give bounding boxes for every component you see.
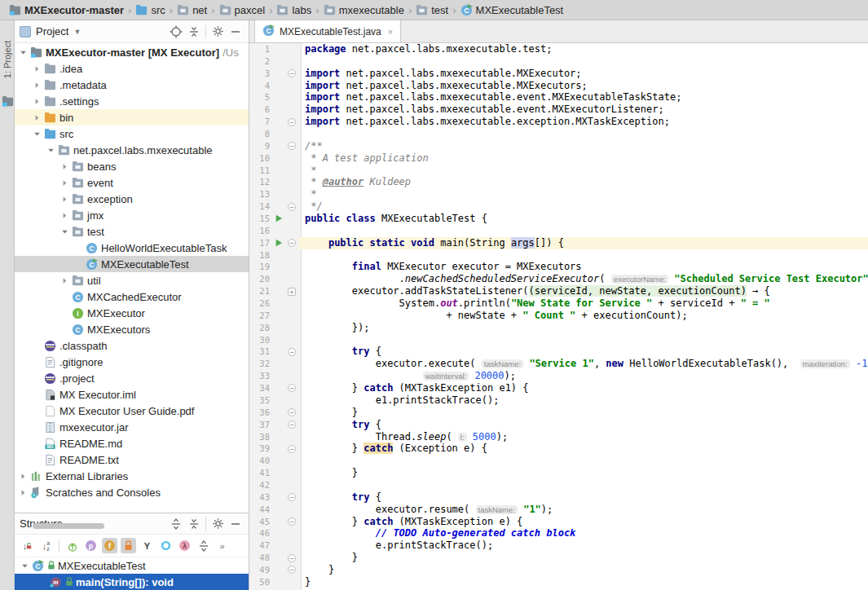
expand-toggle[interactable] bbox=[18, 489, 29, 496]
tree-item[interactable]: IMXExecutor bbox=[15, 305, 249, 321]
tree-item[interactable]: CMXExecutors bbox=[15, 321, 249, 337]
code-line[interactable]: 3−import net.paxcel.labs.mxexecutable.MX… bbox=[249, 68, 868, 80]
code-line[interactable]: 28 }); bbox=[249, 322, 868, 334]
breadcrumb-item[interactable]: MXExecutor-master bbox=[7, 4, 126, 16]
fold-marker[interactable]: − bbox=[285, 346, 298, 358]
expand-toggle[interactable] bbox=[59, 196, 70, 203]
show-non-public-button[interactable] bbox=[121, 538, 136, 553]
fold-marker[interactable]: − bbox=[285, 564, 298, 576]
breadcrumb-item[interactable]: labs bbox=[274, 4, 314, 16]
show-fields-button[interactable]: f bbox=[102, 538, 117, 553]
collapse-all-button[interactable] bbox=[186, 516, 202, 532]
code-line[interactable]: 40 bbox=[249, 455, 868, 467]
code-line[interactable]: 1package net.paxcel.labs.mxexecutable.te… bbox=[249, 43, 868, 55]
settings-button[interactable] bbox=[209, 516, 226, 532]
expand-toggle[interactable] bbox=[32, 65, 42, 73]
code-line[interactable]: 39− } catch (Exception e) { bbox=[249, 442, 868, 455]
fold-marker[interactable]: − bbox=[285, 382, 298, 394]
tree-item[interactable]: exception bbox=[15, 191, 249, 207]
close-icon[interactable]: × bbox=[388, 27, 393, 37]
chevron-down-icon[interactable]: ▼ bbox=[73, 28, 81, 36]
breadcrumb-item[interactable]: mxexecutable bbox=[321, 4, 407, 16]
code-line[interactable]: 9−/** bbox=[249, 140, 868, 152]
show-anonymous-classes-button[interactable]: Y bbox=[139, 538, 155, 553]
code-line[interactable]: 10 * A test application bbox=[249, 152, 868, 165]
breadcrumb-item[interactable]: test bbox=[413, 4, 451, 16]
tree-item[interactable]: MX Executor User Guide.pdf bbox=[15, 403, 249, 419]
tree-item[interactable]: .classpath bbox=[15, 337, 249, 354]
code-line[interactable]: 16 bbox=[249, 225, 868, 237]
code-line[interactable]: 45− } catch (MXTaskException e) { bbox=[249, 516, 868, 528]
tree-item[interactable]: event bbox=[15, 174, 249, 191]
tree-item[interactable]: Scratches and Consoles bbox=[15, 484, 249, 500]
fold-marker[interactable]: − bbox=[285, 237, 298, 249]
breadcrumb-item[interactable]: paxcel bbox=[217, 4, 268, 16]
expand-toggle[interactable] bbox=[59, 212, 70, 219]
code-line[interactable]: 8 bbox=[249, 128, 868, 140]
code-line[interactable]: 49− } bbox=[249, 564, 868, 576]
code-line[interactable]: 37− try { bbox=[249, 419, 868, 431]
code-line[interactable]: 35 e1.printStackTrace(); bbox=[249, 394, 868, 407]
collapse-toggle[interactable] bbox=[46, 147, 56, 154]
code-line[interactable]: 20 .newCachedScheduledServiceExecutor( e… bbox=[249, 273, 868, 285]
code-line[interactable]: 48− } bbox=[249, 552, 868, 564]
run-gutter[interactable] bbox=[272, 213, 285, 225]
project-tool-window-button[interactable]: 1: Project bbox=[0, 27, 15, 90]
code-line[interactable]: 43− try { bbox=[249, 491, 868, 504]
show-supertypes-button[interactable] bbox=[64, 538, 80, 553]
breadcrumb-item[interactable]: src bbox=[133, 4, 167, 16]
code-line[interactable]: 12 * @author Kuldeep bbox=[249, 176, 868, 188]
breadcrumb-item[interactable]: CMXExecutableTest bbox=[458, 4, 566, 16]
tree-item[interactable]: CMXCachedExecutor bbox=[15, 288, 249, 305]
fold-marker[interactable]: − bbox=[285, 442, 298, 455]
collapse-toggle[interactable] bbox=[18, 49, 29, 56]
expand-toggle[interactable] bbox=[59, 163, 70, 170]
code-line[interactable]: 14− */ bbox=[249, 200, 868, 213]
horizontal-scrollbar[interactable] bbox=[33, 523, 104, 529]
code-line[interactable]: 47 e.printStackTrace(); bbox=[249, 539, 868, 552]
settings-button[interactable] bbox=[209, 24, 226, 40]
tree-item[interactable]: mxexecutor.jar bbox=[15, 419, 249, 435]
code-line[interactable]: 19 final MXExecutor executor = MXExecuto… bbox=[249, 261, 868, 273]
expand-all-button[interactable] bbox=[196, 538, 211, 553]
tree-item[interactable]: CHelloWorldExecutableTask bbox=[15, 240, 249, 256]
code-line[interactable]: 27 + newState + " Count " + executionCou… bbox=[249, 310, 868, 322]
structure-item[interactable]: mmain(String[]): void bbox=[15, 574, 249, 590]
expand-toggle[interactable] bbox=[32, 98, 42, 105]
fold-marker[interactable]: − bbox=[285, 68, 298, 80]
editor-tab[interactable]: C MXExecutableTest.java × bbox=[254, 20, 401, 42]
code-line[interactable]: 11 * bbox=[249, 165, 868, 177]
expand-toggle[interactable] bbox=[59, 277, 70, 284]
code-line[interactable]: 34− } catch (MXTaskException e1) { bbox=[249, 382, 868, 394]
code-line[interactable]: 4import net.paxcel.labs.mxexecutable.MXE… bbox=[249, 80, 868, 92]
expand-all-button[interactable] bbox=[168, 516, 184, 532]
fold-marker[interactable]: − bbox=[285, 516, 298, 528]
code-line[interactable]: 2 bbox=[249, 55, 868, 68]
tree-item[interactable]: test bbox=[15, 223, 249, 240]
sort-by-visibility-button[interactable]: ↓ bbox=[20, 538, 35, 553]
expand-toggle[interactable] bbox=[32, 114, 42, 121]
tree-item[interactable]: .project bbox=[15, 370, 249, 386]
tree-item[interactable]: bin bbox=[15, 109, 249, 125]
code-line[interactable]: 18 bbox=[249, 249, 868, 262]
code-line[interactable]: 38 Thread.sleep( l: 5000); bbox=[249, 431, 868, 443]
tree-item[interactable]: CMXExecutableTest bbox=[15, 256, 249, 272]
code-line[interactable]: 50} bbox=[249, 576, 868, 588]
tree-item[interactable]: util bbox=[15, 272, 249, 288]
code-line[interactable]: 32 executor.execute( taskName: "Service … bbox=[249, 358, 868, 370]
code-line[interactable]: 13 * bbox=[249, 188, 868, 200]
code-line[interactable]: 36− } bbox=[249, 407, 868, 419]
code-line[interactable]: 42 bbox=[249, 479, 868, 491]
code-line[interactable]: 26 System.out.println("New State for Ser… bbox=[249, 297, 868, 310]
code-line[interactable]: 6import net.paxcel.labs.mxexecutable.eve… bbox=[249, 103, 868, 116]
tree-item[interactable]: MDREADME.md bbox=[15, 435, 249, 451]
tree-item[interactable]: .metadata bbox=[15, 77, 249, 93]
fold-marker[interactable]: − bbox=[285, 419, 298, 431]
code-line[interactable]: 41 } bbox=[249, 467, 868, 479]
tree-item[interactable]: .settings bbox=[15, 93, 249, 109]
collapse-all-button[interactable] bbox=[186, 24, 202, 40]
tree-item[interactable]: MXExecutor-master [MX Executor]/Us bbox=[15, 44, 249, 60]
tree-item[interactable]: net.paxcel.labs.mxexecutable bbox=[15, 142, 249, 158]
tree-item[interactable]: .idea bbox=[15, 60, 249, 77]
fold-marker[interactable]: − bbox=[285, 140, 298, 152]
